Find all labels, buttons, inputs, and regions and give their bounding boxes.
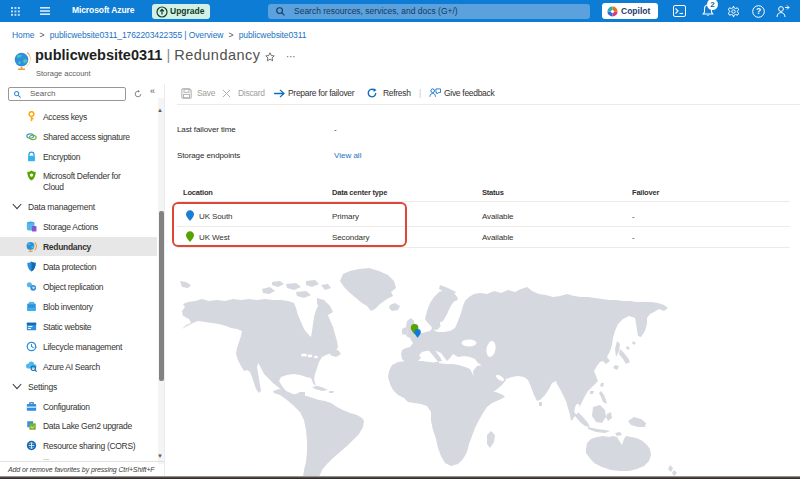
svg-text:?: ? (756, 6, 761, 16)
